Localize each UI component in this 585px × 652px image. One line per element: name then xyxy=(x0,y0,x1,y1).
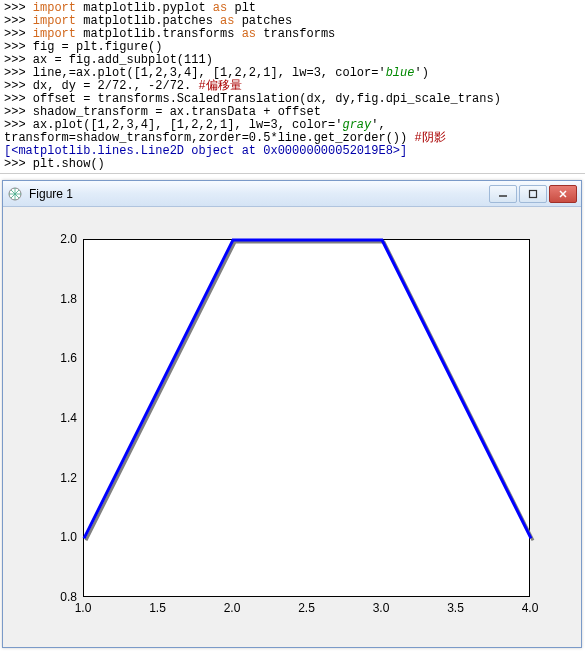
x-tick-label: 4.0 xyxy=(515,601,545,615)
figure-window: Figure 1 0.81.01.21.41.61.82.0 1.01.52.0… xyxy=(2,180,582,648)
window-controls xyxy=(487,185,577,203)
x-tick-label: 1.5 xyxy=(143,601,173,615)
window-titlebar[interactable]: Figure 1 xyxy=(3,181,581,207)
window-title: Figure 1 xyxy=(29,187,487,201)
axes-box xyxy=(83,239,530,597)
y-tick-label: 1.2 xyxy=(43,471,77,485)
code-console: >>> import matplotlib.pyplot as plt>>> i… xyxy=(0,0,585,174)
matplotlib-icon xyxy=(7,186,23,202)
x-tick-label: 1.0 xyxy=(68,601,98,615)
chart-lines xyxy=(84,240,531,598)
shadow-line xyxy=(86,242,533,540)
x-tick-label: 2.5 xyxy=(292,601,322,615)
svg-rect-2 xyxy=(530,190,537,197)
y-tick-label: 1.8 xyxy=(43,292,77,306)
x-tick-label: 3.5 xyxy=(441,601,471,615)
x-tick-label: 3.0 xyxy=(366,601,396,615)
minimize-button[interactable] xyxy=(489,185,517,203)
y-tick-label: 1.4 xyxy=(43,411,77,425)
y-tick-label: 1.0 xyxy=(43,530,77,544)
y-tick-label: 1.6 xyxy=(43,351,77,365)
main-line xyxy=(84,240,531,538)
plot-area: 0.81.01.21.41.61.82.0 1.01.52.02.53.03.5… xyxy=(3,207,581,647)
x-tick-label: 2.0 xyxy=(217,601,247,615)
close-button[interactable] xyxy=(549,185,577,203)
maximize-button[interactable] xyxy=(519,185,547,203)
y-tick-label: 2.0 xyxy=(43,232,77,246)
